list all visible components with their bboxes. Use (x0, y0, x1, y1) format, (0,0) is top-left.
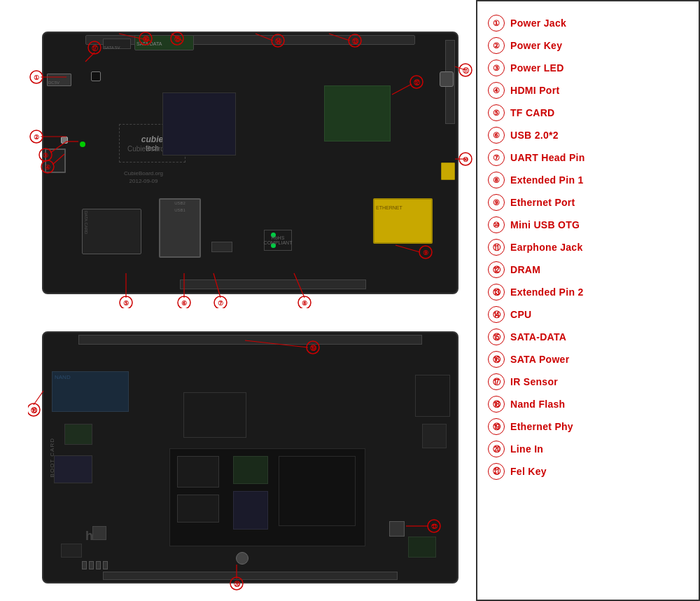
legend-number: ⑱ (488, 396, 505, 413)
legend-number: ⑬ (488, 284, 505, 300)
bottom-board-wrapper: NAND BOOT CARD h3 (28, 321, 476, 597)
ethernet-port: ETHERNET (373, 198, 433, 244)
legend-label: Power LED (510, 62, 564, 74)
svg-text:⑩: ⑩ (463, 156, 468, 163)
extended-pin1 (180, 279, 366, 289)
legend-label: Mini USB OTG (510, 219, 580, 230)
power-key (61, 137, 68, 144)
eth-phy-chip (183, 392, 246, 438)
svg-text:⑪: ⑪ (463, 67, 470, 74)
board-section: SATA DATA SATA 5V DC5V (0, 0, 476, 601)
tf-card: DATA CARD (82, 209, 141, 254)
legend-number: ㉑ (488, 463, 505, 480)
svg-point-20 (214, 296, 227, 308)
legend-item-10: ⑩Mini USB OTG (484, 214, 692, 236)
hdmi-port (45, 148, 66, 173)
svg-point-4 (30, 130, 43, 143)
legend-number: ⑩ (488, 216, 505, 233)
sata-connector: SATA DATA (134, 35, 194, 50)
legend-label: USB 2.0*2 (510, 130, 559, 141)
legend-container: ①Power Jack②Power Key③Power LED④HDMI Por… (484, 12, 692, 483)
legend-item-20: ⑳Line In (484, 438, 692, 460)
legend-number: ⑯ (488, 351, 505, 368)
uart-head (211, 242, 232, 252)
legend-item-1: ①Power Jack (484, 12, 692, 34)
svg-point-23 (298, 296, 311, 308)
legend-item-21: ㉑Fel Key (484, 460, 692, 483)
legend-item-13: ⑬Extended Pin 2 (484, 281, 692, 303)
legend-label: CPU (510, 309, 531, 320)
sata-power-connector: SATA 5V (103, 39, 131, 49)
line-in (236, 552, 248, 565)
legend-number: ⑰ (488, 373, 505, 390)
legend-label: Power Jack (510, 18, 566, 29)
legend-number: ④ (488, 82, 505, 99)
legend-number: ⑲ (488, 418, 505, 435)
cpu-chip (162, 92, 236, 156)
svg-text:⑥: ⑥ (181, 300, 187, 307)
legend-label: Earphone Jack (510, 242, 583, 253)
svg-point-53 (28, 403, 40, 416)
svg-point-29 (459, 153, 472, 165)
legend-number: ⑥ (488, 127, 505, 144)
svg-point-1 (30, 71, 43, 83)
rohs-label: RoHSCOMPLIANT (264, 230, 292, 251)
small-chip-1 (64, 424, 92, 445)
legend-section: ①Power Jack②Power Key③Power LED④HDMI Por… (476, 0, 700, 601)
fel-key (389, 521, 405, 537)
ir-sensor (91, 71, 101, 81)
legend-label: TF CARD (510, 107, 555, 118)
top-board-wrapper: SATA DATA SATA 5V DC5V (28, 14, 476, 308)
legend-item-9: ⑨Ethernet Port (484, 191, 692, 214)
svg-point-14 (120, 296, 132, 308)
gpio-bottom-top (78, 335, 422, 345)
legend-number: ⑦ (488, 149, 505, 166)
top-board: SATA DATA SATA 5V DC5V (42, 32, 458, 294)
small-chip-2 (54, 455, 92, 483)
legend-item-6: ⑥USB 2.0*2 (484, 124, 692, 146)
legend-label: Extended Pin 1 (510, 174, 584, 186)
mini-usb-otg (441, 163, 455, 180)
legend-number: ⑭ (488, 306, 505, 323)
svg-point-17 (178, 296, 190, 308)
svg-text:②: ② (34, 134, 39, 141)
legend-label: SATA-DATA (510, 331, 566, 343)
svg-text:⑤: ⑤ (123, 300, 129, 307)
legend-item-12: ⑫DRAM (484, 258, 692, 281)
legend-item-11: ⑪Earphone Jack (484, 236, 692, 258)
legend-label: IR Sensor (510, 376, 558, 387)
legend-item-8: ⑧Extended Pin 1 (484, 169, 692, 191)
svg-text:⑦: ⑦ (218, 300, 223, 307)
legend-number: ⑳ (488, 441, 505, 457)
legend-item-16: ⑯SATA Power (484, 348, 692, 371)
legend-item-2: ②Power Key (484, 34, 692, 57)
legend-item-18: ⑱Nand Flash (484, 393, 692, 415)
svg-text:⑧: ⑧ (302, 300, 307, 307)
board-text: CubieBoard.org 2012-09-09 (124, 170, 163, 185)
legend-number: ⑤ (488, 104, 505, 121)
legend-item-5: ⑤TF CARD (484, 102, 692, 124)
legend-label: Ethernet Phy (510, 421, 573, 432)
legend-number: ⑪ (488, 239, 505, 256)
legend-label: UART Head Pin (510, 152, 585, 163)
svg-text:⑱: ⑱ (31, 407, 38, 414)
legend-label: Power Key (510, 40, 562, 51)
legend-label: SATA Power (510, 354, 569, 365)
legend-item-15: ⑮SATA-DATA (484, 326, 692, 348)
gpio-bottom-bottom (103, 572, 398, 580)
svg-point-32 (459, 64, 472, 76)
power-connector: DC5V (47, 74, 71, 86)
legend-label: Extended Pin 2 (510, 286, 584, 298)
legend-label: Ethernet Port (510, 197, 575, 208)
legend-item-14: ⑭CPU (484, 303, 692, 326)
legend-label: Nand Flash (510, 399, 565, 410)
legend-item-7: ⑦UART Head Pin (484, 146, 692, 169)
legend-number: ⑧ (488, 172, 505, 188)
legend-number: ② (488, 37, 505, 54)
legend-item-3: ③Power LED (484, 57, 692, 79)
usb-ports: USB2 USB1 (159, 198, 201, 258)
svg-text:①: ① (34, 74, 39, 81)
legend-number: ⑨ (488, 194, 505, 211)
legend-label: Fel Key (510, 466, 547, 477)
legend-number: ③ (488, 60, 505, 76)
